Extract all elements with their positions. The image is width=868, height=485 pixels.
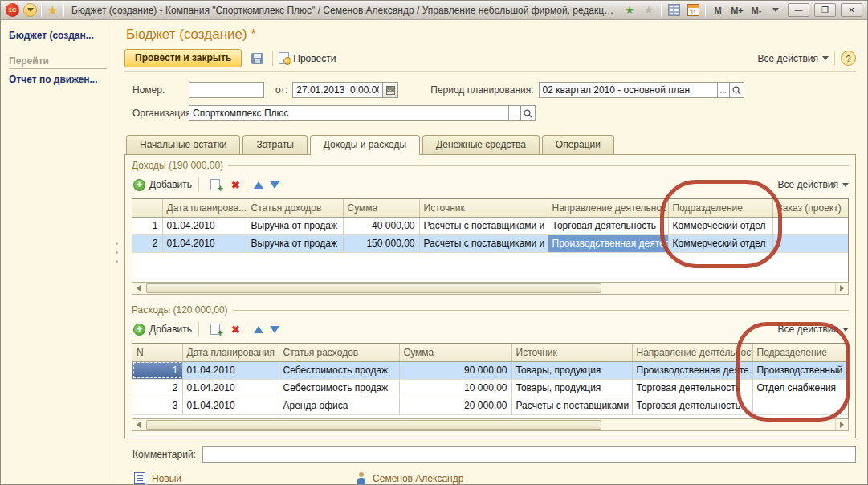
income-add-button[interactable]: + Добавить [133, 176, 192, 194]
memory-add-button[interactable]: M+ [730, 4, 744, 17]
table-cell[interactable]: Торговая деятельность [632, 397, 752, 414]
help-button[interactable]: ? [841, 51, 856, 66]
table-cell[interactable] [772, 234, 849, 252]
table-cell[interactable]: Производственная деяте... [632, 361, 752, 379]
add-favorite-icon[interactable]: ★ [622, 4, 637, 17]
table-cell[interactable]: Выручка от продаж [247, 217, 343, 234]
column-header[interactable] [132, 199, 162, 217]
memory-recall-button[interactable]: M [711, 4, 725, 17]
column-header[interactable]: Дата планирования [182, 344, 279, 361]
save-button[interactable] [247, 50, 267, 67]
table-cell[interactable]: 20 000,00 [399, 397, 511, 414]
table-cell[interactable]: Аренда офиса [279, 397, 399, 414]
scroll-left-icon[interactable] [132, 283, 145, 294]
column-header[interactable]: Заказ (проект) [772, 199, 849, 217]
favorites-star-icon[interactable]: ★ [46, 3, 59, 17]
scroll-left-icon[interactable] [132, 419, 145, 430]
expense-copy-button[interactable] [206, 320, 225, 338]
scrollbar-thumb[interactable] [146, 283, 601, 293]
post-button[interactable]: Провести [279, 50, 336, 67]
scroll-right-icon[interactable] [835, 283, 848, 294]
maximize-button[interactable]: ❐ [814, 3, 836, 17]
calculator-icon[interactable] [666, 4, 681, 17]
table-cell[interactable]: 01.04.2010 [182, 361, 279, 379]
income-move-up-button[interactable] [254, 181, 263, 189]
column-header[interactable]: Источник [419, 199, 548, 217]
table-cell[interactable]: 1 [132, 361, 182, 379]
expense-move-down-button[interactable] [270, 326, 279, 333]
table-cell[interactable]: Выручка от продаж [247, 234, 343, 252]
table-cell[interactable]: 01.04.2010 [162, 217, 247, 234]
close-button[interactable]: ✕ [841, 3, 862, 17]
minimize-button[interactable]: — [788, 3, 809, 17]
table-cell[interactable]: 10 000,00 [399, 379, 511, 397]
calendar-icon[interactable]: 31 [686, 4, 700, 17]
tab-1[interactable]: Затраты [242, 135, 307, 154]
title-bar[interactable]: 1С ★ Бюджет (создание) - Компания "Спорт… [1, 1, 867, 20]
tab-4[interactable]: Операции [542, 135, 614, 154]
table-cell[interactable]: Производственный отд... [752, 361, 849, 379]
period-search-button[interactable] [730, 82, 744, 98]
table-cell[interactable]: Отдел снабжения [752, 379, 849, 397]
income-copy-button[interactable] [206, 176, 225, 194]
table-cell[interactable]: Расчеты с поставщиками и ... [419, 217, 548, 234]
expense-add-button[interactable]: + Добавить [133, 320, 192, 338]
table-cell[interactable] [752, 397, 849, 414]
organization-select-button[interactable]: ... [508, 105, 521, 121]
tab-0[interactable]: Начальные остатки [126, 135, 240, 154]
table-cell[interactable]: 01.04.2010 [162, 234, 247, 252]
1c-logo-icon[interactable]: 1С [6, 3, 19, 17]
table-cell[interactable]: 2 [132, 234, 162, 252]
post-and-close-button[interactable]: Провести и закрыть [124, 49, 242, 67]
table-cell[interactable]: Товары, продукция [511, 361, 632, 379]
date-picker-button[interactable] [382, 82, 398, 98]
expense-move-up-button[interactable] [254, 326, 263, 333]
table-cell[interactable]: Производственная деятел... [548, 234, 668, 252]
column-header[interactable]: Статья расходов [279, 344, 399, 361]
scrollbar-thumb[interactable] [146, 420, 601, 430]
organization-input[interactable] [189, 105, 508, 121]
table-cell[interactable]: Себестоимость продаж [279, 361, 399, 379]
column-header[interactable]: Статья доходов [247, 199, 343, 217]
table-cell[interactable]: 3 [132, 397, 182, 414]
table-cell[interactable]: Расчеты с поставщиками [511, 397, 632, 414]
tab-3[interactable]: Денежные средства [422, 135, 540, 154]
table-cell[interactable]: Торговая деятельность [548, 217, 668, 234]
column-header[interactable]: Подразделение [752, 344, 849, 361]
column-header[interactable]: N [132, 344, 182, 361]
scroll-right-icon[interactable] [835, 419, 848, 430]
table-cell[interactable]: Коммерческий отдел [668, 217, 772, 234]
column-header[interactable]: Направление деятельности [548, 199, 668, 217]
period-input[interactable] [539, 82, 717, 98]
expense-all-actions-button[interactable]: Все действия [778, 324, 849, 335]
column-header[interactable]: Сумма [399, 344, 511, 361]
tab-2[interactable]: Доходы и расходы [310, 135, 420, 155]
table-cell[interactable]: Расчеты с поставщиками и ... [419, 234, 548, 252]
table-cell[interactable]: 01.04.2010 [182, 397, 279, 414]
column-header[interactable]: Сумма [343, 199, 419, 217]
column-header[interactable]: Подразделение [668, 199, 772, 217]
table-cell[interactable]: Коммерческий отдел [668, 234, 772, 252]
memory-subtract-button[interactable]: M- [749, 4, 764, 17]
sidebar-item-movement-report[interactable]: Отчет по движен... [9, 74, 107, 85]
table-cell[interactable]: 40 000,00 [343, 217, 419, 234]
system-menu-dropdown-icon[interactable] [23, 3, 37, 17]
income-delete-button[interactable]: ✖ [231, 179, 240, 191]
sidebar-item-budget[interactable]: Бюджет (создан... [9, 30, 107, 41]
table-cell[interactable]: 150 000,00 [343, 234, 419, 252]
table-cell[interactable]: Торговая деятельность [632, 379, 752, 397]
number-input[interactable] [189, 82, 264, 98]
table-cell[interactable]: 01.04.2010 [182, 379, 279, 397]
table-cell[interactable]: Товары, продукция [511, 379, 632, 397]
income-move-down-button[interactable] [270, 181, 279, 189]
date-input[interactable] [292, 82, 382, 98]
table-cell[interactable]: 2 [132, 379, 182, 397]
organization-search-button[interactable] [521, 105, 536, 121]
expense-horizontal-scrollbar[interactable] [132, 418, 849, 431]
period-select-button[interactable]: ... [717, 82, 730, 98]
all-actions-button[interactable]: Все действия [758, 53, 829, 64]
expense-delete-button[interactable]: ✖ [231, 324, 240, 336]
toolbar-overflow-icon[interactable] [768, 4, 783, 17]
income-all-actions-button[interactable]: Все действия [778, 179, 849, 190]
column-header[interactable]: Источник [511, 344, 632, 361]
